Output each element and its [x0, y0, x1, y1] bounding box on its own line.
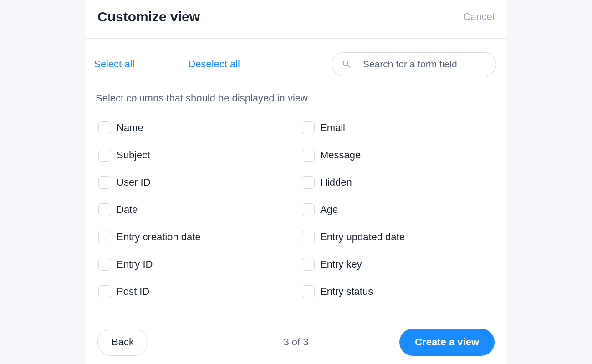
modal-header: Customize view Cancel [85, 0, 507, 39]
checkbox[interactable] [98, 121, 111, 134]
field-item-message[interactable]: Message [302, 149, 496, 162]
field-item-date[interactable]: Date [98, 203, 293, 216]
field-item-entry-status[interactable]: Entry status [302, 285, 496, 298]
checkbox[interactable] [302, 121, 315, 134]
field-label: Entry creation date [117, 231, 201, 243]
field-item-email[interactable]: Email [302, 121, 496, 134]
checkbox[interactable] [98, 149, 111, 162]
field-item-entry-creation-date[interactable]: Entry creation date [98, 231, 293, 243]
field-label: Message [320, 149, 361, 161]
deselect-all-button[interactable]: Deselect all [188, 58, 240, 70]
page-title: Customize view [97, 9, 200, 25]
back-button[interactable]: Back [97, 329, 148, 356]
checkbox[interactable] [98, 231, 111, 243]
field-label: Date [117, 204, 138, 216]
checkbox[interactable] [302, 231, 315, 243]
field-item-name[interactable]: Name [98, 121, 293, 134]
field-label: Entry status [320, 286, 373, 298]
step-indicator: 3 of 3 [283, 336, 308, 348]
field-label: Entry updated date [320, 231, 405, 243]
field-label: Name [117, 122, 143, 134]
select-all-button[interactable]: Select all [94, 58, 134, 70]
field-item-age[interactable]: Age [302, 203, 496, 216]
toolbar: Select all Deselect all [96, 52, 496, 76]
field-label: User ID [117, 177, 151, 188]
field-item-user-id[interactable]: User ID [98, 176, 293, 189]
fields-grid: Name Email Subject Message User ID [96, 121, 496, 298]
checkbox[interactable] [302, 203, 315, 216]
field-label: Post ID [117, 286, 149, 298]
checkbox[interactable] [302, 258, 315, 271]
checkbox[interactable] [98, 176, 111, 189]
field-item-subject[interactable]: Subject [98, 149, 293, 162]
field-label: Age [320, 204, 338, 216]
description-text: Select columns that should be displayed … [96, 92, 496, 104]
checkbox[interactable] [98, 203, 111, 216]
customize-view-modal: Customize view Cancel Select all Deselec… [85, 0, 507, 364]
field-item-post-id[interactable]: Post ID [98, 285, 293, 298]
field-item-entry-key[interactable]: Entry key [302, 258, 496, 271]
field-label: Email [320, 122, 345, 134]
modal-footer: Back 3 of 3 Create a view [85, 320, 507, 364]
field-label: Hidden [320, 177, 352, 188]
field-item-entry-updated-date[interactable]: Entry updated date [302, 231, 496, 243]
search-container [332, 52, 496, 76]
create-view-button[interactable]: Create a view [399, 329, 495, 356]
field-item-entry-id[interactable]: Entry ID [98, 258, 293, 271]
checkbox[interactable] [302, 149, 315, 162]
search-input[interactable] [332, 52, 496, 76]
checkbox[interactable] [302, 285, 315, 298]
field-label: Subject [117, 149, 150, 161]
search-icon [342, 59, 352, 69]
field-label: Entry ID [117, 258, 153, 270]
modal-body: Select all Deselect all Select columns t… [85, 39, 507, 298]
cancel-button[interactable]: Cancel [464, 11, 495, 23]
checkbox[interactable] [302, 176, 315, 189]
checkbox[interactable] [98, 258, 111, 271]
checkbox[interactable] [98, 285, 111, 298]
field-label: Entry key [320, 258, 362, 270]
field-item-hidden[interactable]: Hidden [302, 176, 496, 189]
